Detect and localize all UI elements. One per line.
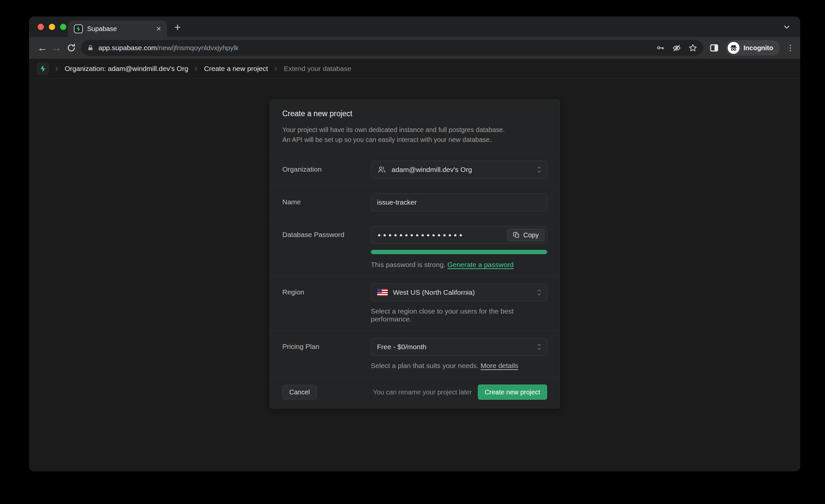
card-footer: Cancel You can rename your project later… bbox=[270, 377, 560, 408]
select-caret-icon bbox=[536, 288, 542, 297]
incognito-badge[interactable]: Incognito bbox=[726, 40, 780, 56]
region-value: West US (North California) bbox=[393, 288, 475, 296]
breadcrumb-create-project[interactable]: Create a new project bbox=[204, 65, 268, 73]
browser-menu-icon[interactable]: ⋮ bbox=[786, 47, 794, 49]
tab-search-chevron-icon[interactable] bbox=[782, 22, 791, 31]
users-icon bbox=[377, 165, 386, 174]
tab-title: Supabase bbox=[87, 25, 152, 33]
pricing-value: Free - $0/month bbox=[377, 343, 426, 351]
browser-toolbar: ← → app.supabase.com/new/jfnsmqoynldvxjy… bbox=[29, 37, 800, 59]
forward-button[interactable]: → bbox=[50, 42, 64, 54]
us-flag-icon bbox=[377, 289, 388, 296]
name-section: Name issue-tracker bbox=[270, 186, 560, 218]
pricing-section: Pricing Plan Free - $0/month Select a pl… bbox=[270, 331, 560, 377]
generate-password-link[interactable]: Generate a password bbox=[447, 261, 514, 268]
back-button[interactable]: ← bbox=[35, 42, 50, 54]
url-path: /new/jfnsmqoynldvxjyhpylk bbox=[157, 44, 238, 52]
browser-tab-supabase[interactable]: Supabase × bbox=[68, 20, 167, 37]
page-content: Create a new project Your project will h… bbox=[29, 79, 800, 471]
minimize-window-button[interactable] bbox=[49, 24, 55, 30]
supabase-favicon-icon bbox=[74, 24, 83, 33]
organization-value: adam@windmill.dev's Org bbox=[392, 166, 472, 173]
create-project-card: Create a new project Your project will h… bbox=[270, 100, 560, 409]
password-label: Database Password bbox=[283, 226, 371, 239]
password-key-icon[interactable] bbox=[656, 44, 665, 52]
organization-select[interactable]: adam@windmill.dev's Org bbox=[371, 161, 547, 178]
supabase-logo-icon[interactable] bbox=[37, 63, 49, 75]
traffic-lights bbox=[38, 24, 66, 30]
reload-button[interactable] bbox=[64, 43, 79, 53]
eye-off-icon[interactable] bbox=[672, 44, 681, 53]
copy-icon bbox=[513, 231, 520, 239]
more-details-link[interactable]: More details bbox=[480, 362, 518, 369]
card-header: Create a new project Your project will h… bbox=[270, 100, 560, 153]
password-input[interactable]: •••••••••••••••• Copy bbox=[371, 226, 547, 244]
lock-icon bbox=[87, 44, 94, 52]
password-masked-value: •••••••••••••••• bbox=[377, 231, 464, 239]
tab-strip: Supabase × + bbox=[29, 16, 800, 37]
page-title: Create a new project bbox=[283, 107, 547, 118]
breadcrumb: Organization: adam@windmill.dev's Org Cr… bbox=[29, 59, 800, 79]
name-label: Name bbox=[283, 194, 371, 206]
copy-button-label: Copy bbox=[523, 231, 539, 239]
password-strength-bar bbox=[371, 250, 547, 254]
side-panel-icon[interactable] bbox=[709, 43, 719, 53]
region-helper-text: Select a region close to your users for … bbox=[371, 307, 547, 323]
copy-password-button[interactable]: Copy bbox=[507, 229, 544, 241]
card-description: Your project will have its own dedicated… bbox=[283, 125, 547, 146]
chevron-right-icon bbox=[273, 66, 279, 71]
rename-note: You can rename your project later bbox=[373, 388, 471, 396]
breadcrumb-organization[interactable]: Organization: adam@windmill.dev's Org bbox=[65, 65, 188, 73]
cancel-button[interactable]: Cancel bbox=[283, 385, 317, 400]
password-section: Database Password •••••••••••••••• Cop bbox=[270, 218, 560, 276]
strength-message: This password is strong. bbox=[371, 261, 446, 268]
breadcrumb-extend-database[interactable]: Extend your database bbox=[284, 65, 351, 73]
chevron-right-icon bbox=[54, 66, 59, 71]
incognito-icon bbox=[728, 42, 740, 54]
pricing-helper-message: Select a plan that suits your needs. bbox=[371, 362, 479, 369]
organization-section: Organization adam@windmill.dev's Org bbox=[270, 153, 560, 186]
zoom-window-button[interactable] bbox=[60, 24, 66, 30]
name-input[interactable]: issue-tracker bbox=[371, 194, 547, 211]
description-line-2: An API will be set up so you can easily … bbox=[283, 135, 547, 145]
bookmark-star-icon[interactable] bbox=[688, 44, 697, 53]
region-section: Region West US (North California) Select… bbox=[270, 276, 560, 331]
pricing-helper-text: Select a plan that suits your needs. Mor… bbox=[371, 362, 547, 370]
close-window-button[interactable] bbox=[38, 24, 44, 30]
url-bar[interactable]: app.supabase.com/new/jfnsmqoynldvxjyhpyl… bbox=[81, 40, 703, 56]
password-strength-text: This password is strong. Generate a pass… bbox=[371, 261, 547, 269]
browser-window: Supabase × + ← → app.supabase.com/new/jf… bbox=[29, 16, 800, 471]
create-new-project-button[interactable]: Create new project bbox=[478, 384, 547, 400]
organization-label: Organization bbox=[283, 161, 371, 173]
new-tab-button[interactable]: + bbox=[174, 21, 181, 34]
incognito-label: Incognito bbox=[744, 44, 773, 52]
region-label: Region bbox=[283, 284, 371, 296]
url-domain: app.supabase.com bbox=[98, 44, 157, 52]
pricing-label: Pricing Plan bbox=[283, 338, 371, 351]
select-caret-icon bbox=[536, 343, 542, 351]
name-value: issue-tracker bbox=[377, 198, 417, 206]
select-caret-icon bbox=[536, 165, 542, 174]
chevron-right-icon bbox=[194, 66, 199, 71]
description-line-1: Your project will have its own dedicated… bbox=[283, 125, 547, 135]
tab-close-icon[interactable]: × bbox=[156, 25, 161, 33]
region-select[interactable]: West US (North California) bbox=[371, 284, 547, 301]
pricing-select[interactable]: Free - $0/month bbox=[371, 338, 547, 356]
url-text: app.supabase.com/new/jfnsmqoynldvxjyhpyl… bbox=[98, 44, 652, 52]
